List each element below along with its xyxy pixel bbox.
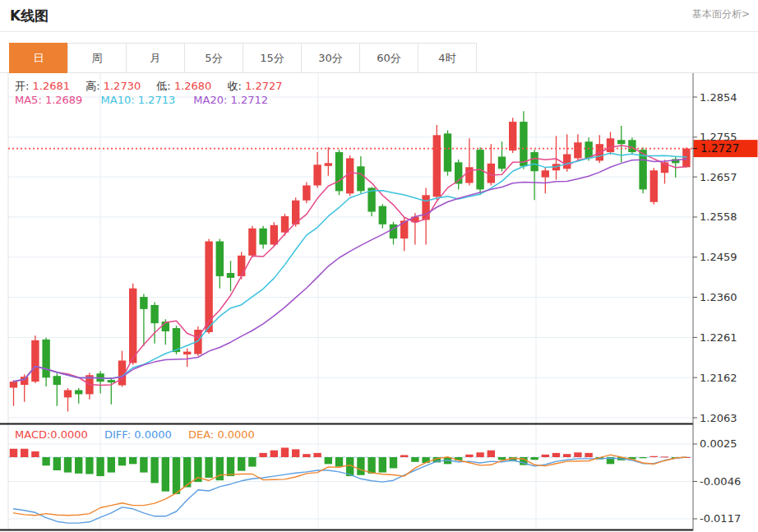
svg-text:1.2162: 1.2162 <box>700 372 737 384</box>
timeframe-tabs: 日周月5分15分30分60分4时 <box>10 43 477 73</box>
macd-label: MACD: <box>15 428 50 441</box>
tab-day[interactable]: 日 <box>9 43 68 73</box>
svg-text:1.2261: 1.2261 <box>700 331 737 344</box>
macd-legend: MACD:0.0000 DIFF: 0.0000 DEA: 0.0000 <box>15 428 255 441</box>
tab-week[interactable]: 周 <box>67 43 127 73</box>
svg-text:1.2360: 1.2360 <box>700 291 737 303</box>
macd-value: 0.0000 <box>50 428 88 441</box>
low-label: 低: <box>156 80 170 92</box>
open-label: 开: <box>15 80 29 92</box>
svg-text:1.2459: 1.2459 <box>700 251 737 263</box>
open-value: 1.2681 <box>33 80 71 92</box>
svg-text:1.2727: 1.2727 <box>700 141 739 155</box>
ma10-value: 1.2713 <box>138 94 176 106</box>
close-value: 1.2727 <box>245 80 283 92</box>
svg-text:1.2063: 1.2063 <box>700 412 737 424</box>
svg-text:1.2854: 1.2854 <box>700 91 737 104</box>
svg-text:1.2558: 1.2558 <box>700 210 737 223</box>
svg-text:-0.0046: -0.0046 <box>700 475 741 488</box>
svg-text:0.0025: 0.0025 <box>700 437 737 450</box>
low-value: 1.2680 <box>174 80 212 92</box>
ma5-value: 1.2689 <box>45 94 83 106</box>
ma20-label: MA20: <box>193 94 227 106</box>
diff-label: DIFF: <box>104 428 131 441</box>
close-label: 收: <box>228 80 242 92</box>
tab-5min[interactable]: 5分 <box>184 43 243 73</box>
tab-15min[interactable]: 15分 <box>243 43 302 73</box>
svg-text:-0.0117: -0.0117 <box>700 512 741 525</box>
dea-value: 0.0000 <box>217 428 255 441</box>
high-label: 高: <box>86 80 99 92</box>
ma10-label: MA10: <box>101 94 135 106</box>
tab-60min[interactable]: 60分 <box>359 43 418 73</box>
svg-text:1.2657: 1.2657 <box>700 171 737 183</box>
tab-30min[interactable]: 30分 <box>301 43 360 73</box>
ohlc-legend: 开: 1.2681 高: 1.2730 低: 1.2680 收: 1.2727 <box>15 79 295 94</box>
tab-4hour[interactable]: 4时 <box>418 43 477 73</box>
dea-label: DEA: <box>188 428 214 441</box>
ma5-label: MA5: <box>15 94 42 106</box>
high-value: 1.2730 <box>104 80 141 92</box>
ma-legend: MA5: 1.2689 MA10: 1.2713 MA20: 1.2712 <box>15 94 268 106</box>
svg-text:1.2755: 1.2755 <box>700 131 737 143</box>
ma20-value: 1.2712 <box>231 94 269 106</box>
tab-month[interactable]: 月 <box>126 43 185 73</box>
diff-value: 0.0000 <box>134 428 172 441</box>
